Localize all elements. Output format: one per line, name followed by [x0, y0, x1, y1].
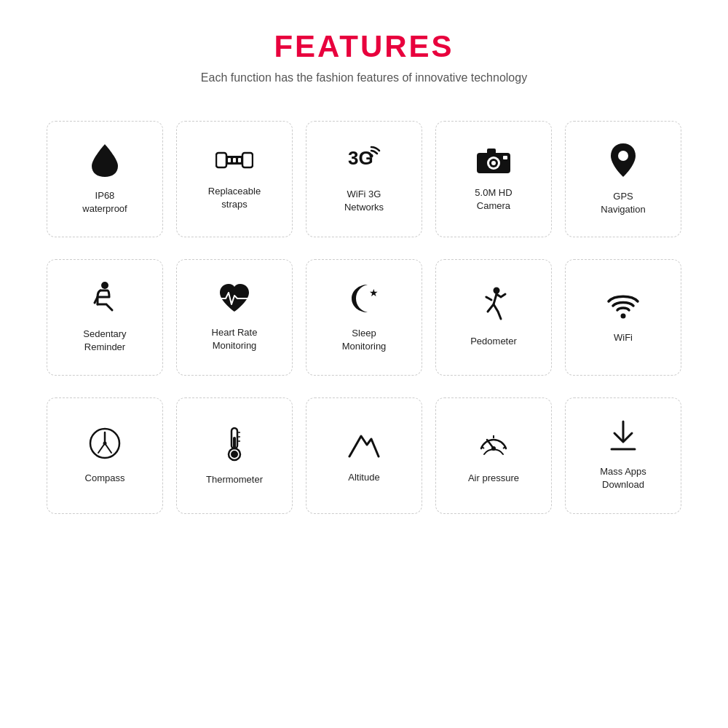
feature-wifi: WiFi — [565, 259, 681, 376]
svg-rect-5 — [238, 158, 241, 162]
camera-icon — [475, 146, 512, 179]
feature-airpressure: Air pressure — [435, 397, 552, 514]
page-subtitle: Each function has the fashion features o… — [201, 71, 527, 84]
feature-compass: Compass — [47, 397, 163, 514]
sleep-icon: ★ — [347, 282, 381, 320]
svg-point-14 — [618, 151, 628, 161]
svg-line-33 — [482, 447, 484, 448]
feature-camera: 5.0M HDCamera — [435, 121, 552, 237]
feature-altitude: Altitude — [306, 397, 422, 514]
altitude-label: Altitude — [348, 471, 379, 484]
straps-icon — [215, 147, 253, 178]
svg-rect-12 — [487, 149, 496, 154]
feature-sleep: ★ SleepMonitoring — [306, 259, 422, 376]
pedometer-label: Pedometer — [470, 335, 517, 348]
wifi-icon — [605, 290, 641, 324]
svg-point-7 — [370, 154, 373, 157]
sleep-label: SleepMonitoring — [342, 327, 387, 353]
straps-label: Replaceablestraps — [208, 185, 261, 211]
thermometer-label: Thermometer — [206, 473, 263, 486]
svg-line-35 — [503, 447, 505, 448]
thermometer-icon — [221, 425, 248, 466]
svg-rect-4 — [233, 158, 236, 162]
heartrate-icon — [217, 282, 252, 319]
sedentary-label: SedentaryReminder — [83, 328, 126, 354]
svg-rect-13 — [503, 156, 507, 159]
svg-rect-0 — [216, 153, 226, 167]
feature-pedometer: Pedometer — [435, 259, 552, 376]
feature-wifi3g: 3G WiFi 3GNetworks — [306, 121, 422, 237]
svg-point-27 — [231, 451, 238, 458]
camera-label: 5.0M HDCamera — [475, 186, 512, 213]
pedometer-icon — [480, 287, 507, 328]
page-title: FEATURES — [274, 29, 454, 64]
svg-rect-1 — [242, 153, 253, 167]
wifi-label: WiFi — [614, 331, 633, 344]
svg-point-15 — [101, 282, 108, 289]
features-row-2: SedentaryReminder Heart RateMonitoring ★ — [22, 259, 706, 376]
ip68-label: IP68waterproof — [82, 189, 127, 215]
svg-point-32 — [491, 446, 496, 451]
svg-rect-25 — [233, 437, 236, 448]
svg-rect-3 — [228, 158, 231, 162]
wifi3g-icon: 3G — [345, 144, 383, 181]
airpressure-icon — [477, 427, 510, 464]
massapps-label: Mass AppsDownload — [600, 465, 646, 491]
compass-label: Compass — [85, 472, 125, 485]
feature-thermometer: Thermometer — [176, 397, 293, 514]
features-row-3: Compass Thermometer — [22, 397, 706, 514]
feature-ip68: IP68waterproof — [47, 121, 163, 237]
feature-heartrate: Heart RateMonitoring — [176, 259, 293, 376]
feature-gps: GPSNavigation — [565, 121, 681, 237]
heartrate-label: Heart RateMonitoring — [212, 326, 258, 352]
feature-massapps: Mass AppsDownload — [565, 397, 681, 514]
gps-icon — [609, 142, 637, 183]
feature-straps: Replaceablestraps — [176, 121, 293, 237]
svg-point-18 — [621, 313, 626, 318]
svg-point-11 — [491, 161, 496, 165]
sedentary-icon — [90, 281, 119, 320]
water-drop-icon — [90, 143, 119, 182]
feature-sedentary: SedentaryReminder — [47, 259, 163, 376]
svg-point-23 — [103, 441, 107, 445]
compass-icon — [88, 427, 122, 464]
svg-point-17 — [494, 287, 500, 293]
svg-text:3G: 3G — [348, 147, 373, 169]
features-grid: IP68waterproof Replaceablestraps 3G — [22, 121, 706, 514]
gps-label: GPSNavigation — [601, 190, 645, 216]
wifi3g-label: WiFi 3GNetworks — [344, 188, 384, 214]
airpressure-label: Air pressure — [468, 472, 519, 485]
massapps-icon — [609, 420, 638, 458]
altitude-icon — [345, 427, 383, 464]
features-row-1: IP68waterproof Replaceablestraps 3G — [22, 121, 706, 237]
svg-text:★: ★ — [369, 287, 379, 298]
